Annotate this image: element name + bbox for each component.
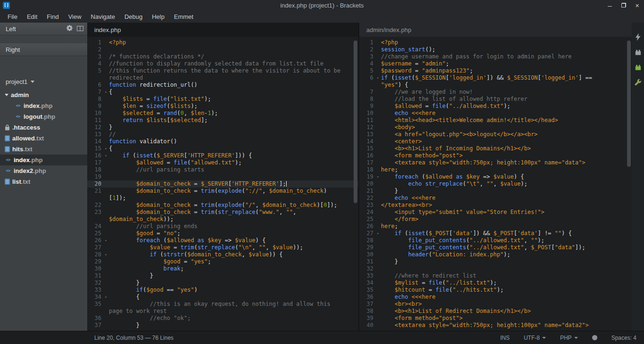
code-text[interactable]: } — [109, 124, 358, 131]
code-line[interactable]: 27 $value = trim(str_replace("\n", "", $… — [87, 244, 358, 251]
code-line[interactable]: 9 $allowed = file("../allowed.txt"); — [359, 103, 632, 110]
tree-folder-admin[interactable]: admin — [0, 90, 87, 100]
line-number[interactable]: 29 — [359, 244, 375, 251]
line-number[interactable]: 30 — [359, 251, 375, 258]
line-number[interactable]: 33 — [359, 272, 375, 279]
working-set-header-right[interactable]: Right — [0, 43, 87, 56]
code-line[interactable]: 3//change username and pass for login to… — [359, 53, 632, 60]
code-line[interactable]: 32 } — [87, 279, 358, 287]
fold-arrow-icon[interactable]: ▾ — [103, 145, 109, 152]
code-text[interactable]: //where to redirect list — [381, 272, 632, 279]
code-text[interactable]: echo <<<here — [381, 195, 632, 202]
tree-file-allowed.txt[interactable]: allowed.txt — [0, 133, 87, 144]
line-number[interactable]: 2 — [87, 46, 103, 53]
code-text[interactable]: } — [381, 188, 632, 195]
code-text[interactable]: return $lists[$selected]; — [109, 117, 358, 124]
folder-expanded-icon[interactable] — [5, 94, 8, 96]
code-text[interactable]: //this is an okay request, do nothing! a… — [109, 301, 358, 315]
code-line[interactable]: 20 echo str_replace("\t", "", $value); — [359, 180, 632, 188]
line-number[interactable]: 2 — [359, 46, 375, 53]
code-line[interactable]: 13 <a href="logout.php"><b>logout</b></a… — [359, 131, 632, 138]
code-text[interactable]: $domain_to_check = $_SERVER['HTTP_REFERE… — [109, 180, 358, 188]
code-line[interactable]: 29 file_put_contents("../allowed.txt", $… — [359, 244, 632, 251]
code-text[interactable]: session_start(); — [381, 46, 632, 53]
code-line[interactable]: 13// — [87, 131, 358, 138]
line-number[interactable]: 20 — [87, 180, 103, 188]
line-number[interactable]: 27 — [87, 244, 103, 251]
line-number[interactable]: 13 — [87, 131, 103, 138]
code-line[interactable]: 17 <textarea style="width:750px; height:… — [359, 159, 632, 166]
code-line[interactable]: 33 if($good == "yes") — [87, 287, 358, 294]
fold-arrow-icon[interactable]: ▾ — [103, 89, 109, 96]
line-number[interactable]: 9 — [87, 103, 103, 110]
line-number[interactable]: 33 — [87, 287, 103, 294]
code-text[interactable]: //echo "ok"; — [109, 315, 358, 322]
code-text[interactable]: <br><br> — [381, 301, 632, 308]
line-number[interactable]: 16 — [87, 152, 103, 159]
code-line[interactable]: 35 //this is an okay request, do nothing… — [87, 301, 358, 315]
code-text[interactable]: $username = "admin"; — [381, 60, 632, 67]
code-line[interactable]: 7 //we are logged in now! — [359, 89, 632, 96]
tree-file-logout.php[interactable]: <>logout.php — [0, 111, 87, 122]
code-text[interactable]: } — [109, 322, 358, 329]
line-number[interactable]: 18 — [359, 166, 375, 173]
line-number[interactable]: 25 — [359, 216, 375, 223]
line-number[interactable]: 10 — [87, 110, 103, 117]
line-number[interactable]: 30 — [87, 265, 103, 272]
code-line[interactable]: 1<?php — [359, 39, 632, 46]
code-text[interactable]: $hitcount = file("../hits.txt"); — [381, 287, 632, 294]
code-text[interactable]: if (isset($_SESSION['logged_in']) && $_S… — [381, 74, 632, 89]
code-text[interactable]: <input type="submit" value="Store Entrie… — [381, 209, 632, 216]
code-line[interactable]: 24 //url parsing ends — [87, 223, 358, 230]
code-text[interactable]: header("Location: index.php"); — [381, 251, 632, 258]
line-number[interactable]: 23 — [87, 209, 103, 223]
code-text[interactable]: $domain_to_check = trim(explode("://", $… — [109, 188, 358, 202]
code-line[interactable]: 26here; — [359, 223, 632, 230]
code-text[interactable]: echo str_replace("\t", "", $value); — [381, 180, 632, 188]
line-number[interactable]: 37 — [87, 322, 103, 329]
code-text[interactable]: <center> — [381, 138, 632, 145]
code-text[interactable]: <textarea style="width:750px; height:100… — [381, 322, 632, 329]
tree-file-hits.txt[interactable]: hits.txt — [0, 144, 87, 155]
line-number[interactable]: 5 — [359, 67, 375, 74]
code-text[interactable]: file_put_contents("../allowed.txt", ""); — [381, 237, 632, 244]
code-text[interactable]: $len = sizeof($lists); — [109, 103, 358, 110]
code-line[interactable]: 11 return $lists[$selected]; — [87, 117, 358, 124]
line-number[interactable]: 32 — [359, 265, 375, 272]
line-number[interactable]: 24 — [87, 223, 103, 230]
code-text[interactable]: //load the list of allowed http referer — [381, 96, 632, 103]
line-number[interactable]: 9 — [359, 103, 375, 110]
menu-navigate[interactable]: Navigate — [86, 12, 120, 22]
tree-file-list.txt[interactable]: list.txt — [0, 176, 87, 187]
fold-arrow-icon[interactable]: ▾ — [103, 251, 109, 258]
code-text[interactable]: here; — [381, 223, 632, 230]
code-text[interactable]: $value = trim(str_replace("\n", "", $val… — [109, 244, 358, 251]
line-number[interactable]: 10 — [359, 110, 375, 117]
code-line[interactable]: 9 $len = sizeof($lists); — [87, 103, 358, 110]
line-number[interactable]: 35 — [359, 287, 375, 294]
code-line[interactable]: 1<?php — [87, 39, 358, 46]
line-number[interactable]: 26 — [359, 223, 375, 230]
code-line[interactable]: 20 $domain_to_check = $_SERVER['HTTP_REF… — [87, 180, 358, 188]
line-number[interactable]: 37 — [359, 301, 375, 308]
code-text[interactable] — [109, 46, 358, 53]
code-line[interactable]: 16▾ if (isset($_SERVER['HTTP_REFERER']))… — [87, 152, 358, 159]
code-text[interactable]: </textarea><br> — [381, 202, 632, 209]
line-number[interactable]: 14 — [87, 138, 103, 145]
code-line[interactable]: 31 } — [87, 272, 358, 279]
line-number[interactable]: 21 — [87, 188, 103, 202]
line-number[interactable]: 11 — [359, 117, 375, 124]
menu-edit[interactable]: Edit — [22, 12, 42, 22]
pane-header-right[interactable]: admin/index.php — [359, 23, 632, 37]
line-number[interactable]: 22 — [359, 195, 375, 202]
line-number[interactable]: 15 — [87, 145, 103, 152]
code-line[interactable]: 24 <input type="submit" value="Store Ent… — [359, 209, 632, 216]
code-text[interactable]: $domain_to_check = trim(str_replace("www… — [109, 209, 358, 223]
scrollbar-thumb-left[interactable] — [354, 41, 357, 203]
line-number[interactable]: 27 — [359, 230, 375, 237]
code-text[interactable]: if (isset($_SERVER['HTTP_REFERER'])) { — [109, 152, 358, 159]
line-number[interactable]: 38 — [359, 308, 375, 315]
line-number[interactable]: 17 — [359, 159, 375, 166]
code-text[interactable]: //function to display randomly selected … — [109, 60, 358, 67]
code-line[interactable]: 37 } — [87, 322, 358, 329]
